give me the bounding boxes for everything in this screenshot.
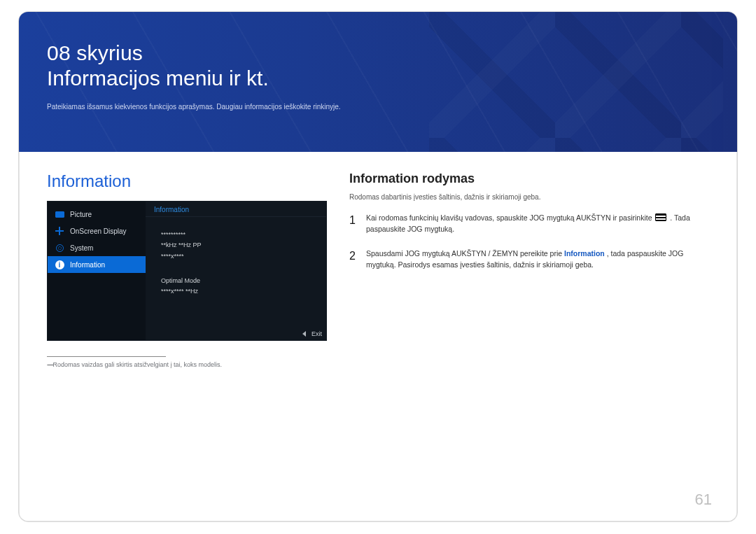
osd-menu-onscreen-display: OnScreen Display xyxy=(48,223,146,239)
step-number: 2 xyxy=(349,248,359,271)
step-1: 1 Kai rodomas funkcinių klavišų vadovas,… xyxy=(349,212,709,235)
right-column: Information rodymas Rodomas dabartinis į… xyxy=(349,171,709,368)
menu-icon xyxy=(655,213,666,221)
osd-menu-system: System xyxy=(48,239,146,256)
osd-footer: Exit xyxy=(302,330,322,337)
step-text-part: Spausdami JOG mygtuką AUKŠTYN / ŽEMYN pe… xyxy=(366,249,564,258)
osd-panel-title: Information xyxy=(146,202,326,217)
step-text: Kai rodomas funkcinių klavišų vadovas, s… xyxy=(366,212,709,235)
osd-info-line: ********** xyxy=(161,230,311,240)
footnote-divider xyxy=(47,356,166,357)
left-column: Information Picture OnScreen Display Sys… xyxy=(47,171,327,368)
osd-info-line: ****x**** **Hz xyxy=(161,286,311,297)
osd-panel-body: ********** **kHz **Hz PP ****x**** Optim… xyxy=(146,217,326,297)
page-number: 61 xyxy=(695,491,712,509)
gear-icon xyxy=(55,243,64,253)
osd-info-line: Optimal Mode xyxy=(161,276,311,286)
page-frame: 08 skyrius Informacijos meniu ir kt. Pat… xyxy=(18,11,738,522)
subsection-description: Rodomas dabartinis įvesties šaltinis, da… xyxy=(349,193,709,201)
step-highlight: Information xyxy=(564,249,605,258)
osd-screenshot: Picture OnScreen Display System i Inform… xyxy=(47,201,327,341)
osd-menu-label: System xyxy=(70,244,93,252)
crosshair-icon xyxy=(55,226,64,236)
osd-panel: Information ********** **kHz **Hz PP ***… xyxy=(146,202,326,340)
step-text: Spausdami JOG mygtuką AUKŠTYN / ŽEMYN pe… xyxy=(366,248,709,271)
osd-menu-label: Information xyxy=(70,261,105,269)
osd-info-line: **kHz **Hz PP xyxy=(161,240,311,251)
step-text-part: Kai rodomas funkcinių klavišų vadovas, s… xyxy=(366,213,654,222)
osd-exit-label: Exit xyxy=(312,330,322,337)
triangle-left-icon xyxy=(302,331,306,337)
osd-menu-label: OnScreen Display xyxy=(70,227,127,235)
osd-menu-information: i Information xyxy=(48,256,146,273)
footnote-text: Rodomas vaizdas gali skirtis atsižvelgia… xyxy=(47,361,327,368)
osd-menu: Picture OnScreen Display System i Inform… xyxy=(48,202,146,340)
banner-decoration xyxy=(429,12,723,152)
info-icon: i xyxy=(55,260,64,269)
step-2: 2 Spausdami JOG mygtuką AUKŠTYN / ŽEMYN … xyxy=(349,248,709,271)
osd-info-line: ****x**** xyxy=(161,251,311,262)
chapter-banner: 08 skyrius Informacijos meniu ir kt. Pat… xyxy=(19,12,737,152)
content-area: Information Picture OnScreen Display Sys… xyxy=(19,152,737,368)
osd-menu-picture: Picture xyxy=(48,206,146,223)
monitor-icon xyxy=(55,209,64,219)
step-number: 1 xyxy=(349,212,359,235)
osd-menu-label: Picture xyxy=(70,211,92,218)
subsection-heading: Information rodymas xyxy=(349,171,709,186)
section-heading-information: Information xyxy=(47,171,327,191)
